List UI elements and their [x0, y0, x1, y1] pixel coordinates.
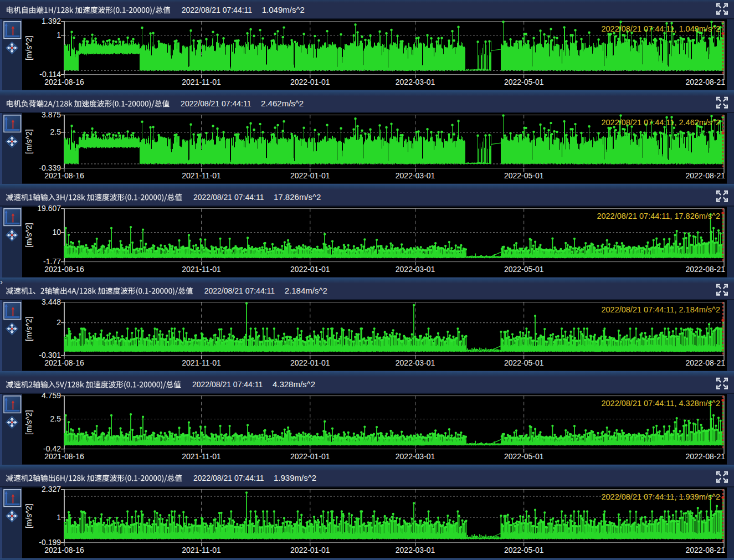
svg-text:2.327: 2.327 [42, 485, 61, 494]
svg-text:2021-11-01: 2021-11-01 [182, 78, 221, 86]
svg-text:2022/08/21 07:44:11: 2022/08/21 07:44:11 [193, 474, 264, 482]
svg-text:[m/s^2]: [m/s^2] [24, 129, 33, 154]
svg-text:2022/08/21 07:44:11, 2.184m/s^: 2022/08/21 07:44:11, 2.184m/s^2 [601, 305, 720, 314]
svg-text:2.5: 2.5 [50, 414, 61, 423]
svg-text:2021-08-16: 2021-08-16 [44, 78, 84, 86]
svg-text:1.049m/s^2: 1.049m/s^2 [262, 5, 305, 14]
svg-text:2022-08-21: 2022-08-21 [685, 546, 725, 554]
svg-text:3.448: 3.448 [42, 297, 61, 306]
svg-text:2021-08-16: 2021-08-16 [44, 265, 84, 274]
svg-text:2022-05-01: 2022-05-01 [504, 358, 544, 367]
svg-text:[m/s^2]: [m/s^2] [24, 223, 33, 248]
svg-text:2022-03-01: 2022-03-01 [396, 171, 435, 180]
svg-text:2.462m/s^2: 2.462m/s^2 [261, 99, 304, 108]
svg-text:2022-08-21: 2022-08-21 [685, 265, 725, 274]
svg-text:4.759: 4.759 [42, 391, 61, 400]
svg-text:2022/08/21 07:44:11: 2022/08/21 07:44:11 [193, 193, 264, 202]
svg-text:1.392: 1.392 [42, 17, 61, 25]
svg-text:2022-03-01: 2022-03-01 [396, 358, 435, 367]
svg-text:2022-08-21: 2022-08-21 [685, 78, 725, 86]
svg-text:2021-11-01: 2021-11-01 [182, 265, 221, 274]
svg-text:2022/08/21 07:44:11, 2.462m/s^: 2022/08/21 07:44:11, 2.462m/s^2 [601, 118, 720, 127]
svg-text:2022-05-01: 2022-05-01 [504, 546, 544, 554]
svg-text:2021-08-16: 2021-08-16 [44, 546, 84, 554]
svg-text:2022-03-01: 2022-03-01 [396, 265, 435, 274]
svg-text:2: 2 [57, 318, 61, 327]
svg-text:2022/08/21 07:44:11: 2022/08/21 07:44:11 [204, 286, 275, 295]
svg-text:2021-08-16: 2021-08-16 [44, 171, 84, 180]
svg-text:2022-01-01: 2022-01-01 [290, 452, 330, 461]
svg-text:4.328m/s^2: 4.328m/s^2 [273, 379, 315, 389]
svg-text:2022-03-01: 2022-03-01 [396, 452, 435, 461]
svg-text:2022-01-01: 2022-01-01 [290, 358, 330, 367]
svg-text:1: 1 [57, 30, 61, 39]
svg-text:2021-08-16: 2021-08-16 [44, 358, 84, 367]
svg-text:2022/08/21 07:44:11, 1.049m/s^: 2022/08/21 07:44:11, 1.049m/s^2 [601, 24, 720, 33]
svg-text:1.939m/s^2: 1.939m/s^2 [274, 473, 316, 482]
svg-text:17.826m/s^2: 17.826m/s^2 [274, 192, 321, 202]
svg-text:2022/08/21 07:44:11: 2022/08/21 07:44:11 [182, 6, 253, 14]
svg-text:2021-11-01: 2021-11-01 [182, 358, 221, 367]
svg-text:2022-01-01: 2022-01-01 [290, 546, 330, 554]
svg-text:2022-08-21: 2022-08-21 [685, 452, 725, 461]
svg-text:2022-05-01: 2022-05-01 [504, 452, 544, 461]
svg-text:2022-03-01: 2022-03-01 [396, 546, 435, 554]
svg-text:10: 10 [52, 228, 61, 237]
svg-text:2022-08-21: 2022-08-21 [685, 358, 725, 367]
svg-text:[m/s^2]: [m/s^2] [24, 316, 33, 341]
svg-text:2.5: 2.5 [50, 127, 61, 136]
svg-text:2022/08/21 07:44:11: 2022/08/21 07:44:11 [192, 380, 263, 389]
svg-text:2022-05-01: 2022-05-01 [504, 78, 544, 86]
svg-text:2022/08/21 07:44:11: 2022/08/21 07:44:11 [181, 99, 251, 108]
svg-text:2022-05-01: 2022-05-01 [504, 265, 544, 274]
svg-text:2022-01-01: 2022-01-01 [290, 171, 330, 180]
svg-text:1: 1 [57, 513, 61, 522]
svg-text:[m/s^2]: [m/s^2] [24, 35, 33, 60]
svg-text:2022-01-01: 2022-01-01 [290, 265, 330, 274]
svg-text:2.184m/s^2: 2.184m/s^2 [285, 286, 327, 295]
svg-text:2022-05-01: 2022-05-01 [504, 171, 544, 180]
svg-text:[m/s^2]: [m/s^2] [24, 410, 33, 435]
svg-text:2022-03-01: 2022-03-01 [396, 78, 435, 86]
svg-text:3.875: 3.875 [42, 110, 61, 119]
svg-text:2021-11-01: 2021-11-01 [182, 546, 221, 554]
svg-text:2021-11-01: 2021-11-01 [182, 452, 221, 461]
svg-text:19.607: 19.607 [37, 204, 61, 213]
svg-text:2022/08/21 07:44:11, 1.939m/s^: 2022/08/21 07:44:11, 1.939m/s^2 [601, 492, 720, 501]
svg-text:2022/08/21 07:44:11, 17.826m/s: 2022/08/21 07:44:11, 17.826m/s^2 [597, 212, 720, 220]
svg-text:[m/s^2]: [m/s^2] [24, 504, 33, 528]
svg-text:2021-11-01: 2021-11-01 [182, 171, 221, 180]
svg-text:2022-01-01: 2022-01-01 [290, 78, 330, 86]
svg-text:2022/08/21 07:44:11, 4.328m/s^: 2022/08/21 07:44:11, 4.328m/s^2 [601, 399, 720, 408]
svg-text:2022-08-21: 2022-08-21 [685, 171, 725, 180]
svg-text:2021-08-16: 2021-08-16 [44, 452, 84, 461]
